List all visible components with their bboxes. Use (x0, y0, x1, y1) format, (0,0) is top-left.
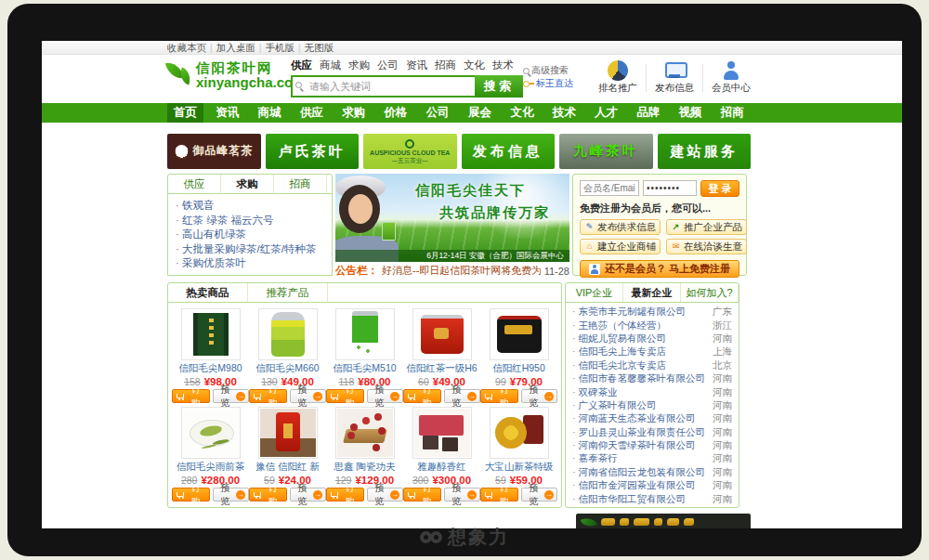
product-name[interactable]: 信阳毛尖M660 (249, 362, 326, 375)
preview-button[interactable]: 预览→ (521, 389, 557, 403)
companies-tab[interactable]: VIP企业 (566, 283, 623, 302)
left-tab[interactable]: 求购 (221, 175, 274, 193)
preview-button[interactable]: 预览→ (444, 389, 480, 403)
company-row[interactable]: 信阳市春茗馨馨茶叶有限公司河南 (572, 372, 732, 385)
order-button[interactable]: 订购 (403, 389, 441, 403)
banner-ad-jianzhan[interactable]: 建站服务 (658, 134, 752, 169)
nav-item[interactable]: 招商 (714, 103, 751, 123)
list-item[interactable]: 红茶 绿茶 福云六号 (176, 214, 324, 228)
order-button[interactable]: 订购 (403, 488, 441, 501)
search-button[interactable]: 搜索 (475, 75, 523, 98)
product-card[interactable]: 信阳毛尖M510118¥80.00订购预览→ (326, 308, 403, 403)
nav-item[interactable]: 技术 (546, 103, 582, 123)
nav-item[interactable]: 求购 (335, 103, 372, 123)
company-row[interactable]: 河南蓝天生态茶业有限公司河南 (572, 412, 732, 425)
quick-link-pie-chart[interactable]: 排名推广 (598, 60, 637, 95)
search-scope-tab[interactable]: 公司 (377, 59, 399, 72)
company-row[interactable]: 信阳市华阳工贸有限公司河南 (572, 492, 732, 505)
list-item[interactable]: 铁观音 (176, 199, 324, 214)
quick-link-monitor[interactable]: 发布信息 (655, 60, 694, 95)
company-row[interactable]: 信阳毛尖北京专卖店北京 (572, 359, 732, 372)
topbar-link-1[interactable]: 收藏本页 (167, 42, 206, 53)
search-scope-tab[interactable]: 文化 (464, 59, 485, 72)
company-row[interactable]: 双碑茶业河南 (572, 385, 732, 398)
company-row[interactable]: 河南省信阳云龙包装有限公司河南 (572, 466, 732, 479)
nav-item[interactable]: 人才 (588, 103, 624, 123)
king-direct-link[interactable]: 标王直达 (523, 77, 579, 90)
list-item[interactable]: 大批量采购绿茶/红茶/特种茶 (176, 242, 324, 257)
nav-item[interactable]: 公司 (420, 103, 456, 123)
company-row[interactable]: 广义茶叶有限公司河南 (572, 399, 732, 412)
product-name[interactable]: 信阳毛尖雨前茶 (172, 461, 249, 474)
search-scope-tab[interactable]: 资讯 (406, 59, 427, 72)
topbar-link-3[interactable]: 手机版 (265, 42, 294, 53)
order-button[interactable]: 订购 (172, 389, 210, 403)
nav-item[interactable]: 品牌 (630, 103, 666, 123)
preview-button[interactable]: 预览→ (290, 389, 326, 403)
product-name[interactable]: 信阳毛尖M510 (326, 362, 403, 375)
login-button[interactable]: 登 录 (700, 180, 739, 197)
banner-ad-lushi[interactable]: 卢氏茶叶 (266, 134, 360, 169)
action-promote[interactable]: 推广企业产品 (666, 219, 747, 235)
order-button[interactable]: 订购 (172, 488, 210, 501)
product-card[interactable]: 大宝山新茶特级59¥59.00订购预览→ (480, 407, 557, 501)
left-tab[interactable]: 招商 (274, 175, 327, 193)
search-scope-tab[interactable]: 供应 (291, 59, 312, 72)
password-input[interactable] (643, 180, 697, 196)
search-scope-tab[interactable]: 商城 (320, 59, 341, 72)
order-button[interactable]: 订购 (326, 389, 364, 403)
order-button[interactable]: 订购 (480, 488, 518, 501)
company-row[interactable]: 东莞市丰元制罐有限公司广东 (572, 306, 732, 319)
product-card[interactable]: 信阳毛尖雨前茶280¥280.00订购预览→ (172, 407, 249, 501)
product-card[interactable]: 信阳红H95099¥79.00订购预览→ (480, 308, 557, 403)
notice-text[interactable]: 好消息--即日起信阳茶叶网将免费为100个信阳名茶 (382, 264, 541, 278)
order-button[interactable]: 订购 (326, 488, 364, 501)
company-row[interactable]: 嘉泰茶行河南 (572, 452, 732, 465)
companies-tab[interactable]: 最新企业 (623, 283, 681, 302)
nav-item[interactable]: 文化 (504, 103, 540, 123)
product-name[interactable]: 雅趣醇香红 (403, 461, 480, 474)
company-row[interactable]: 王艳莎（个体经营）浙江 (572, 319, 732, 332)
preview-button[interactable]: 预览→ (367, 389, 403, 403)
quick-link-user[interactable]: 会员中心 (712, 60, 751, 95)
preview-button[interactable]: 预览→ (213, 488, 249, 501)
search-scope-tab[interactable]: 技术 (492, 59, 514, 72)
username-input[interactable] (580, 180, 639, 196)
products-tab[interactable]: 热卖商品 (168, 283, 248, 302)
order-button[interactable]: 订购 (249, 389, 287, 403)
left-tab[interactable]: 供应 (168, 175, 221, 193)
bottom-ad-banner[interactable] (576, 514, 751, 528)
advanced-search-link[interactable]: 高级搜索 (523, 64, 579, 77)
product-name[interactable]: 信阳毛尖M980 (172, 362, 249, 375)
product-card[interactable]: 信阳毛尖M980158¥98.00订购预览→ (172, 308, 249, 403)
company-row[interactable]: 河南仰天雪绿茶叶有限公司河南 (572, 439, 732, 452)
register-bar-button[interactable]: 还不是会员？ 马上免费注册 (580, 260, 739, 278)
nav-item[interactable]: 首页 (167, 103, 203, 123)
nav-item[interactable]: 价格 (377, 103, 413, 123)
product-card[interactable]: 雅趣醇香红300¥300.00订购预览→ (403, 407, 480, 501)
product-name[interactable]: 思鑫 陶瓷功夫 (326, 461, 403, 474)
list-item[interactable]: 采购优质茶叶 (176, 256, 324, 271)
action-pencil[interactable]: 发布供求信息 (580, 219, 661, 235)
topbar-link-4[interactable]: 无图版 (305, 42, 334, 53)
main-promo-banner[interactable]: 信阳毛尖佳天下 共筑品牌传万家 6月12-14日 安徽（合肥）国际会展中心 (335, 174, 569, 262)
nav-item[interactable]: 供应 (294, 103, 330, 123)
search-input[interactable] (291, 75, 475, 98)
order-button[interactable]: 订购 (480, 389, 518, 403)
product-name[interactable]: 大宝山新茶特级 (480, 461, 557, 474)
banner-ad-fabu[interactable]: 发布信息 (462, 134, 556, 169)
product-card[interactable]: 豫信 信阳红 新59¥24.00订购预览→ (249, 407, 326, 501)
company-row[interactable]: 罗山县灵山茶业有限责任公司河南 (572, 426, 732, 439)
topbar-link-2[interactable]: 加入桌面 (216, 42, 255, 53)
banner-ad-yupin[interactable]: 御品峰茗茶 (167, 134, 261, 169)
product-name[interactable]: 信阳红茶一级H6 (403, 362, 480, 375)
product-card[interactable]: 思鑫 陶瓷功夫129¥129.00订购预览→ (326, 407, 403, 501)
nav-item[interactable]: 资讯 (209, 103, 245, 123)
banner-ad-jiufeng[interactable]: 九峰茶叶 (559, 134, 653, 169)
product-card[interactable]: 信阳红茶一级H660¥49.00订购预览→ (403, 308, 480, 403)
company-row[interactable]: 细妮儿贸易有限公司河南 (572, 332, 732, 345)
search-scope-tab[interactable]: 求购 (348, 59, 370, 72)
preview-button[interactable]: 预览→ (290, 488, 326, 501)
banner-ad-auspicious[interactable]: AUSPICIOUS CLOUD TEA—五云茶业— (363, 134, 457, 169)
action-mail[interactable]: 在线洽谈生意 (666, 239, 747, 254)
